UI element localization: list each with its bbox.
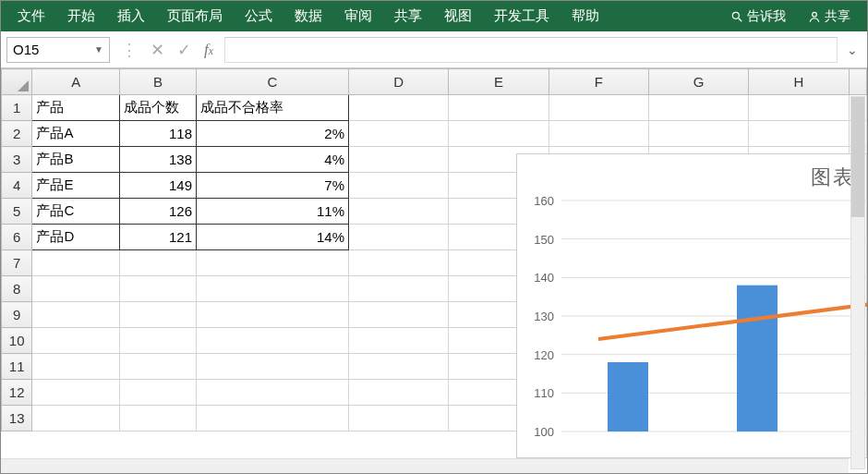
cell[interactable] — [449, 95, 549, 121]
tab-developer[interactable]: 开发工具 — [485, 4, 559, 29]
cell[interactable] — [349, 225, 449, 250]
cell[interactable] — [32, 406, 120, 431]
cell[interactable]: 2% — [197, 121, 349, 147]
cell[interactable]: 产品A — [32, 121, 120, 147]
cell[interactable] — [32, 380, 120, 406]
cell[interactable]: 126 — [120, 199, 197, 225]
row-header[interactable]: 9 — [2, 302, 32, 328]
row-header[interactable]: 7 — [2, 250, 32, 276]
cell[interactable] — [197, 406, 349, 431]
col-header[interactable] — [849, 69, 866, 95]
cell[interactable] — [32, 250, 120, 276]
vertical-scrollbar[interactable] — [850, 96, 865, 469]
name-box[interactable]: O15 ▼ — [6, 37, 110, 63]
cell[interactable]: 产品 — [32, 95, 120, 121]
cell[interactable]: 成品不合格率 — [197, 95, 349, 121]
col-header[interactable]: C — [197, 69, 349, 95]
tab-view[interactable]: 视图 — [435, 4, 481, 29]
share-button[interactable]: 共享 — [799, 5, 860, 29]
cell[interactable] — [349, 147, 449, 173]
cell[interactable]: 149 — [120, 173, 197, 199]
cell[interactable] — [549, 121, 648, 147]
tab-data[interactable]: 数据 — [285, 4, 332, 29]
row-header[interactable]: 2 — [2, 121, 32, 147]
row-header[interactable]: 5 — [2, 199, 32, 225]
cell[interactable] — [749, 95, 849, 121]
tab-insert[interactable]: 插入 — [108, 4, 154, 29]
formula-input[interactable] — [224, 37, 838, 63]
horizontal-scrollbar[interactable] — [1, 458, 849, 473]
cell[interactable]: 产品D — [32, 225, 120, 250]
cell[interactable] — [197, 354, 349, 380]
cell[interactable] — [197, 250, 349, 276]
cell[interactable] — [120, 328, 197, 354]
cell[interactable] — [349, 250, 449, 276]
cell[interactable] — [32, 354, 120, 380]
cell[interactable] — [749, 121, 849, 147]
cell[interactable] — [32, 276, 120, 302]
fx-icon[interactable]: fx — [204, 41, 213, 59]
cell[interactable]: 产品C — [32, 199, 120, 225]
worksheet-grid[interactable]: A B C D E F G H 1产品成品个数成品不合格率2产品A1182%3产… — [1, 68, 867, 473]
tell-me[interactable]: 告诉我 — [721, 5, 795, 29]
cell[interactable] — [120, 354, 197, 380]
col-header[interactable]: H — [749, 69, 849, 95]
cell[interactable] — [349, 302, 449, 328]
tab-formulas[interactable]: 公式 — [235, 4, 282, 29]
cell[interactable] — [349, 199, 449, 225]
cell[interactable] — [120, 380, 197, 406]
col-header[interactable]: E — [449, 69, 549, 95]
cell[interactable]: 11% — [197, 199, 349, 225]
cell[interactable]: 118 — [120, 121, 197, 147]
cell[interactable] — [120, 250, 197, 276]
cell[interactable] — [197, 380, 349, 406]
cell[interactable] — [648, 95, 748, 121]
cell[interactable]: 14% — [197, 225, 349, 250]
select-all-corner[interactable] — [2, 69, 32, 95]
row-header[interactable]: 1 — [2, 95, 32, 121]
cell[interactable] — [197, 302, 349, 328]
cell[interactable] — [120, 302, 197, 328]
cell[interactable] — [197, 276, 349, 302]
cell[interactable] — [349, 328, 449, 354]
row-header[interactable]: 10 — [2, 328, 32, 354]
col-header[interactable]: A — [32, 69, 120, 95]
cell[interactable] — [120, 276, 197, 302]
cell[interactable] — [349, 121, 449, 147]
cell[interactable]: 产品B — [32, 147, 120, 173]
col-header[interactable]: F — [549, 69, 648, 95]
cancel-formula-icon[interactable]: ✕ — [151, 40, 164, 60]
cell[interactable] — [32, 302, 120, 328]
row-header[interactable]: 13 — [2, 406, 32, 431]
cell[interactable] — [449, 121, 549, 147]
cell[interactable] — [197, 328, 349, 354]
cell[interactable]: 7% — [197, 173, 349, 199]
tab-page-layout[interactable]: 页面布局 — [158, 4, 232, 29]
row-header[interactable]: 4 — [2, 173, 32, 199]
row-header[interactable]: 3 — [2, 147, 32, 173]
cell[interactable] — [349, 380, 449, 406]
cell[interactable]: 产品E — [32, 173, 120, 199]
cell[interactable]: 4% — [197, 147, 349, 173]
col-header[interactable]: B — [120, 69, 197, 95]
cell[interactable] — [349, 406, 449, 431]
expand-formula-bar-icon[interactable]: ⌄ — [843, 43, 862, 57]
tab-share-top[interactable]: 共享 — [385, 4, 431, 29]
cell[interactable] — [549, 95, 648, 121]
chevron-down-icon[interactable]: ▼ — [94, 44, 103, 55]
col-header[interactable]: D — [349, 69, 449, 95]
cell[interactable]: 138 — [120, 147, 197, 173]
row-header[interactable]: 8 — [2, 276, 32, 302]
tab-file[interactable]: 文件 — [8, 4, 54, 29]
cell[interactable] — [120, 406, 197, 431]
tab-review[interactable]: 审阅 — [335, 4, 381, 29]
row-header[interactable]: 11 — [2, 354, 32, 380]
cell[interactable]: 成品个数 — [120, 95, 197, 121]
tab-help[interactable]: 帮助 — [562, 4, 609, 29]
cell[interactable] — [349, 354, 449, 380]
tab-home[interactable]: 开始 — [58, 4, 104, 29]
scrollbar-thumb[interactable] — [851, 97, 864, 217]
row-header[interactable]: 6 — [2, 225, 32, 250]
cell[interactable] — [349, 95, 449, 121]
row-header[interactable]: 12 — [2, 380, 32, 406]
